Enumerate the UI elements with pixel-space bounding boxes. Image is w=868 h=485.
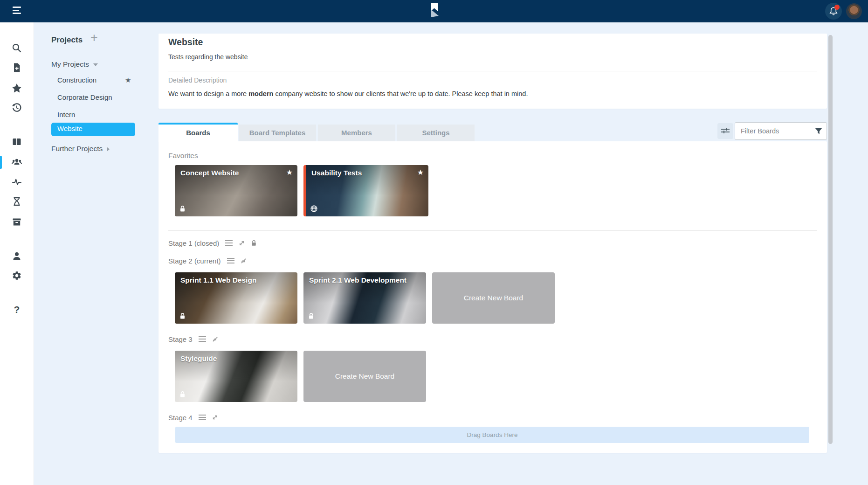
filter-boards-input[interactable]	[735, 122, 827, 140]
search-icon[interactable]	[12, 43, 22, 53]
divider	[168, 71, 817, 71]
tab-board-templates[interactable]: Board Templates	[239, 125, 316, 141]
create-new-board-button[interactable]: Create New Board	[303, 351, 426, 402]
collapse-icon[interactable]	[212, 336, 218, 342]
app-root: ? Projects + My Projects Construction ★ …	[0, 0, 868, 485]
board-star-icon[interactable]: ★	[417, 168, 424, 177]
chevron-down-icon	[93, 63, 98, 66]
lock-icon	[308, 312, 314, 319]
board-menu-icon[interactable]	[227, 257, 234, 264]
project-item-construction[interactable]: Construction	[57, 75, 96, 86]
expand-icon[interactable]	[239, 240, 245, 246]
tab-boards[interactable]: Boards	[158, 123, 238, 141]
top-navbar	[0, 0, 868, 22]
project-item-intern[interactable]: Intern	[57, 109, 75, 120]
view-options-tune-icon[interactable]	[717, 123, 733, 139]
board-card-concept-website[interactable]: Concept Website ★	[175, 165, 297, 216]
help-icon[interactable]: ?	[12, 305, 22, 315]
project-group-my-projects[interactable]: My Projects	[51, 59, 98, 70]
board-card-sprint-2-1-web-development[interactable]: Sprint 2.1 Web Development	[303, 272, 426, 324]
favorites-section-label: Favorites	[168, 152, 198, 160]
project-header-card: Website Tests regarding the website Deta…	[158, 34, 827, 109]
chevron-right-icon	[107, 147, 110, 152]
tab-members[interactable]: Members	[318, 125, 395, 141]
project-subtitle: Tests regarding the website	[168, 53, 248, 61]
board-card-sprint-1-1-web-design[interactable]: Sprint 1.1 Web Design	[175, 272, 297, 324]
page-title: Website	[168, 37, 203, 48]
hamburger-menu-icon[interactable]	[13, 7, 22, 16]
create-document-icon[interactable]	[12, 62, 22, 73]
icon-rail: ?	[0, 22, 34, 485]
detailed-description-label: Detailed Description	[168, 76, 227, 84]
further-projects-toggle[interactable]: Further Projects	[51, 143, 110, 154]
notifications-bell-icon[interactable]	[825, 3, 842, 20]
divider	[168, 230, 817, 231]
board-menu-icon[interactable]	[199, 336, 206, 342]
lock-icon[interactable]	[251, 240, 257, 246]
stage-2-header: Stage 2 (current)	[168, 256, 247, 266]
add-project-button[interactable]: +	[90, 30, 98, 45]
stage-1-header: Stage 1 (closed)	[168, 238, 257, 248]
filter-boards-field	[735, 122, 827, 140]
tab-settings[interactable]: Settings	[397, 125, 475, 141]
favorites-star-icon[interactable]	[12, 83, 22, 93]
vertical-scrollbar[interactable]	[828, 35, 833, 444]
app-logo-icon	[427, 3, 441, 19]
create-new-board-button[interactable]: Create New Board	[432, 272, 555, 324]
project-item-corporate-design[interactable]: Corporate Design	[57, 92, 112, 103]
lock-icon	[179, 205, 186, 212]
user-avatar[interactable]	[846, 3, 862, 19]
board-menu-icon[interactable]	[225, 240, 233, 246]
stage-3-header: Stage 3	[168, 334, 218, 344]
expand-icon[interactable]	[212, 415, 218, 420]
board-star-icon[interactable]: ★	[286, 168, 293, 177]
kanban-board-icon[interactable]	[12, 137, 22, 147]
lock-icon	[179, 312, 186, 319]
history-icon[interactable]	[12, 103, 22, 113]
board-menu-icon[interactable]	[199, 414, 206, 421]
team-icon[interactable]	[12, 157, 22, 167]
archive-icon[interactable]	[12, 217, 22, 227]
starred-project-icon[interactable]: ★	[125, 75, 131, 86]
active-nav-indicator	[0, 156, 2, 169]
globe-public-icon	[310, 205, 317, 212]
stage-4-header: Stage 4	[168, 412, 218, 423]
profile-person-icon[interactable]	[12, 251, 22, 261]
drag-boards-dropzone[interactable]: Drag Boards Here	[175, 427, 809, 443]
hourglass-icon[interactable]	[12, 196, 22, 207]
settings-gear-icon[interactable]	[12, 270, 22, 281]
project-item-website-active[interactable]: Website	[51, 123, 135, 136]
notification-badge	[834, 5, 840, 10]
detailed-description-text: We want to design a more modern company …	[168, 90, 528, 97]
board-card-styleguide[interactable]: Styleguide	[175, 351, 297, 402]
projects-panel-title: Projects	[51, 35, 83, 45]
projects-panel: Projects + My Projects Construction ★ Co…	[34, 22, 158, 485]
lock-icon	[179, 391, 186, 398]
activity-icon[interactable]	[12, 177, 22, 187]
collapse-icon[interactable]	[241, 258, 247, 264]
board-card-usability-tests[interactable]: Usability Tests ★	[303, 165, 428, 216]
boards-content-card: Favorites Concept Website ★ Usability Te…	[158, 141, 827, 453]
